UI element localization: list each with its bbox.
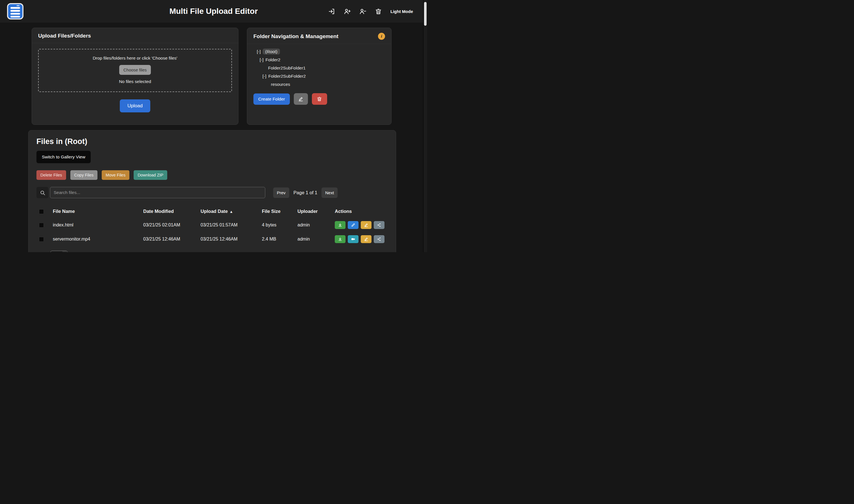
video-preview-button[interactable] [348, 235, 358, 243]
tree-item-resources[interactable]: resources [253, 80, 385, 88]
tree-item-folder2subfolder2[interactable]: [-]Folder2SubFolder2 [253, 72, 385, 80]
download-zip-button[interactable]: Download ZIP [134, 170, 167, 180]
create-folder-button[interactable]: Create Folder [253, 93, 290, 105]
delete-folder-button[interactable] [312, 93, 327, 105]
page-status: Page 1 of 1 [293, 190, 317, 195]
folder-panel: Folder Navigation & Management i [-](Roo… [247, 28, 392, 125]
light-mode-toggle[interactable]: Light Mode [390, 9, 413, 14]
download-button[interactable] [335, 221, 345, 229]
edit-file-button[interactable] [348, 221, 358, 229]
folder-actions: Create Folder [253, 93, 385, 105]
delete-account-button[interactable] [375, 8, 382, 15]
actions-cell [323, 235, 388, 243]
file-name-cell[interactable]: index.html [51, 222, 139, 228]
tree-item-root[interactable]: [-](Root) [253, 48, 385, 56]
no-files-selected-text: No files selected [43, 79, 227, 84]
checkbox-cell [36, 237, 51, 242]
col-upload-date[interactable]: Upload Date▲ [196, 209, 254, 214]
tree-item-label[interactable]: resources [271, 82, 290, 87]
logout-icon [328, 8, 335, 15]
delete-files-button[interactable]: Delete Files [36, 170, 66, 180]
items-per-page-input[interactable]: 10 ▲▼ [51, 251, 68, 252]
select-all-cell [36, 209, 51, 214]
files-table: File Name Date Modified Upload Date▲ Fil… [36, 204, 388, 246]
tree-item-label[interactable]: (Root) [263, 49, 280, 54]
table-header-row: File Name Date Modified Upload Date▲ Fil… [36, 204, 388, 218]
pencil-icon [351, 223, 355, 227]
search-row: Prev Page 1 of 1 Next [36, 187, 388, 198]
choose-files-button[interactable]: Choose files [119, 65, 151, 75]
col-file-name[interactable]: File Name [51, 209, 139, 214]
trash-icon [317, 96, 322, 102]
upload-panel: Upload Files/Folders Drop files/folders … [32, 28, 238, 125]
remove-user-button[interactable] [359, 8, 367, 15]
rename-file-button[interactable] [361, 235, 372, 243]
tree-item-label[interactable]: Folder2SubFolder2 [268, 74, 306, 78]
file-size-cell: 2.4 MB [254, 237, 288, 242]
header-actions: Light Mode [328, 8, 420, 15]
col-date-modified[interactable]: Date Modified [139, 209, 196, 214]
copy-files-button[interactable]: Copy Files [70, 170, 98, 180]
tree-item-folder2[interactable]: [-]Folder2 [253, 56, 385, 64]
search-icon [39, 190, 46, 196]
col-file-size[interactable]: File Size [254, 209, 288, 214]
top-row: Upload Files/Folders Drop files/folders … [32, 28, 392, 125]
rename-icon [364, 223, 368, 227]
col-uploader[interactable]: Uploader [288, 209, 323, 214]
select-all-checkbox[interactable] [39, 209, 44, 214]
search-icon-box [36, 187, 48, 198]
uploader-cell: admin [288, 237, 323, 242]
search-input[interactable] [50, 187, 265, 198]
rename-icon [364, 237, 368, 241]
table-row: index.html 03/21/25 02:01AM 03/21/25 01:… [36, 218, 388, 232]
scrollbar-thumb[interactable] [424, 2, 427, 26]
row-checkbox[interactable] [39, 223, 44, 228]
dropzone-instructions: Drop files/folders here or click 'Choose… [43, 56, 227, 61]
uploader-cell: admin [288, 222, 323, 228]
app-logo[interactable] [7, 3, 24, 20]
upload-date-cell: 03/21/25 12:46AM [196, 237, 254, 242]
logout-button[interactable] [328, 8, 335, 15]
rename-file-button[interactable] [361, 221, 372, 229]
collapse-marker[interactable]: [-] [257, 49, 261, 54]
server-logo-icon [7, 3, 24, 20]
tree-item-label[interactable]: Folder2 [266, 57, 281, 62]
gallery-view-toggle[interactable]: Switch to Gallery View [36, 151, 91, 163]
upload-panel-body: Drop files/folders here or click 'Choose… [32, 43, 238, 118]
folder-panel-title: Folder Navigation & Management [253, 33, 338, 39]
app-header: Multi File Upload Editor Light Mode [0, 0, 427, 23]
vertical-scrollbar[interactable] [423, 0, 427, 252]
download-icon [338, 237, 342, 241]
tree-item-label[interactable]: Folder2SubFolder1 [268, 66, 306, 70]
bulk-actions-row: Delete Files Copy Files Move Files Downl… [36, 170, 388, 180]
file-dropzone[interactable]: Drop files/folders here or click 'Choose… [38, 49, 232, 92]
row-checkbox[interactable] [39, 237, 44, 242]
next-page-button[interactable]: Next [321, 187, 338, 198]
page-title: Multi File Upload Editor [170, 7, 258, 16]
add-user-button[interactable] [344, 8, 351, 15]
file-name-cell[interactable]: servermonitor.mp4 [51, 237, 139, 242]
date-modified-cell: 03/21/25 02:01AM [139, 222, 196, 228]
share-file-button[interactable] [374, 235, 385, 243]
collapse-marker[interactable]: [-] [260, 57, 264, 62]
number-spinner-icon[interactable]: ▲▼ [63, 251, 67, 252]
upload-button[interactable]: Upload [120, 100, 150, 112]
add-user-icon [344, 8, 351, 15]
actions-cell [323, 221, 388, 229]
video-camera-icon [351, 237, 355, 241]
checkbox-cell [36, 222, 51, 228]
share-file-button[interactable] [374, 221, 385, 229]
folder-panel-body: [-](Root) [-]Folder2 Folder2SubFolder1 [… [247, 44, 391, 105]
download-button[interactable] [335, 235, 345, 243]
files-panel: Files in (Root) Switch to Gallery View D… [28, 130, 396, 252]
prev-page-button[interactable]: Prev [273, 187, 289, 198]
date-modified-cell: 03/21/25 12:46AM [139, 237, 196, 242]
collapse-marker[interactable]: [-] [263, 74, 266, 78]
tree-item-folder2subfolder1[interactable]: Folder2SubFolder1 [253, 64, 385, 72]
move-files-button[interactable]: Move Files [102, 170, 129, 180]
upload-panel-header: Upload Files/Folders [32, 28, 238, 43]
info-icon[interactable]: i [378, 33, 385, 40]
folder-tree: [-](Root) [-]Folder2 Folder2SubFolder1 [… [253, 48, 385, 88]
col-actions: Actions [323, 209, 388, 214]
rename-folder-button[interactable] [294, 93, 308, 105]
